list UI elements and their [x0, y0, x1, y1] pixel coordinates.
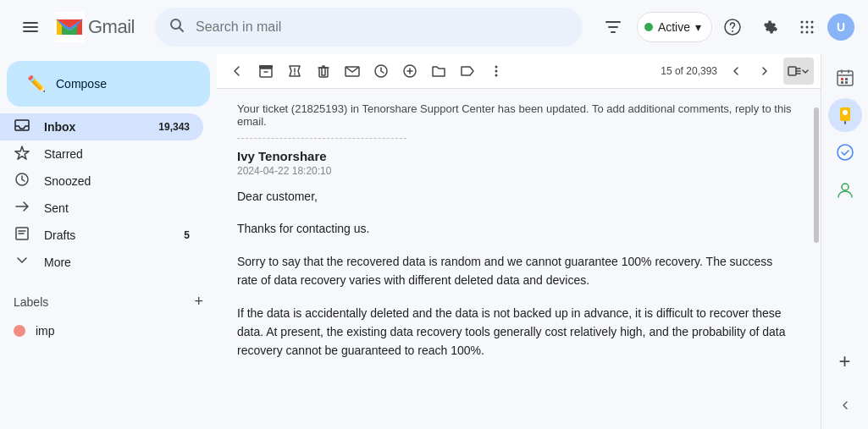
top-bar: Gmail Active ▾	[0, 0, 868, 54]
label-name: imp	[36, 324, 55, 338]
more-options-button[interactable]	[483, 58, 510, 85]
more-icon	[14, 253, 30, 272]
svg-point-7	[732, 30, 733, 32]
add-task-button[interactable]	[396, 58, 423, 85]
svg-rect-31	[841, 78, 843, 80]
svg-point-36	[843, 110, 848, 115]
label-item-imp[interactable]: imp	[14, 317, 203, 344]
from-date: 2024-04-22 18:20:10	[237, 165, 792, 177]
svg-point-15	[806, 31, 809, 34]
snoozed-icon	[14, 172, 30, 191]
from-name: Ivy Tenorshare	[237, 149, 792, 163]
snooze-button[interactable]	[368, 58, 395, 85]
gmail-logo-icon	[54, 12, 85, 42]
svg-point-38	[842, 184, 849, 190]
add-ons-button[interactable]: +	[828, 344, 862, 378]
inbox-icon	[14, 118, 30, 137]
sidebar-item-sent[interactable]: Sent	[0, 195, 203, 222]
svg-point-26	[495, 66, 498, 69]
report-button[interactable]	[281, 58, 308, 85]
recovery-paragraph: Sorry to say that the recovered data is …	[237, 252, 792, 290]
calendar-panel-button[interactable]	[828, 61, 862, 95]
email-toolbar: 15 of 20,393	[217, 54, 821, 89]
contacts-panel-button[interactable]	[828, 173, 862, 206]
svg-point-16	[811, 31, 814, 34]
svg-point-28	[495, 74, 498, 77]
archive-button[interactable]	[252, 58, 279, 85]
mail-content: Your ticket (21825193) in Tenorshare Sup…	[217, 89, 821, 429]
svg-point-8	[801, 21, 804, 24]
keep-panel-button[interactable]	[828, 98, 862, 132]
inbox-label: Inbox	[44, 120, 75, 134]
add-label-button[interactable]: +	[194, 293, 203, 311]
sent-icon	[14, 199, 30, 218]
ticket-notice: Your ticket (21825193) in Tenorshare Sup…	[237, 102, 792, 128]
settings-button[interactable]	[753, 10, 787, 44]
sidebar-item-snoozed[interactable]: Snoozed	[0, 168, 203, 195]
sidebar-item-inbox[interactable]: Inbox 19,343	[0, 113, 203, 140]
svg-point-9	[806, 21, 809, 24]
sidebar-item-starred[interactable]: Starred	[0, 140, 203, 168]
svg-rect-2	[23, 30, 38, 32]
sidebar-item-drafts[interactable]: Drafts 5	[0, 222, 203, 249]
active-chevron-icon: ▾	[695, 20, 701, 34]
svg-point-37	[838, 145, 853, 160]
compose-button[interactable]: ✏️ Compose	[7, 61, 210, 107]
email-body: Your ticket (21825193) in Tenorshare Sup…	[217, 89, 812, 429]
snoozed-label: Snoozed	[44, 174, 91, 188]
help-button[interactable]	[716, 10, 749, 44]
sidebar: ✏️ Compose Inbox 19,343 Starred	[0, 54, 217, 429]
tasks-panel-button[interactable]	[828, 135, 862, 169]
next-email-button[interactable]	[751, 58, 778, 85]
compose-pencil-icon: ✏️	[27, 74, 46, 93]
main-layout: ✏️ Compose Inbox 19,343 Starred	[0, 54, 868, 429]
active-status-badge[interactable]: Active ▾	[637, 12, 712, 42]
svg-point-13	[811, 26, 814, 29]
avatar[interactable]: U	[827, 14, 854, 41]
gmail-wordmark: Gmail	[88, 16, 135, 38]
drafts-label: Drafts	[44, 228, 75, 242]
svg-rect-1	[23, 26, 38, 28]
prev-email-button[interactable]	[722, 58, 749, 85]
search-bar[interactable]	[155, 8, 583, 47]
logo-area: Gmail	[54, 12, 135, 42]
email-area: 15 of 20,393	[217, 54, 821, 429]
top-right-actions: Active ▾	[637, 10, 854, 44]
sidebar-item-more[interactable]: More	[0, 249, 203, 276]
right-panel: +	[821, 54, 868, 429]
email-salutation: Dear customer, Thanks for contacting us.…	[237, 187, 792, 360]
thanks-paragraph: Thanks for contacting us.	[237, 219, 792, 238]
starred-icon	[14, 145, 30, 164]
move-to-button[interactable]	[425, 58, 452, 85]
mark-unread-button[interactable]	[339, 58, 366, 85]
labels-header: Labels +	[14, 289, 203, 314]
svg-rect-33	[841, 81, 843, 84]
label-color-dot	[14, 325, 25, 337]
svg-point-11	[801, 26, 804, 29]
panel-expand-button[interactable]	[828, 388, 862, 422]
active-status-label: Active	[658, 20, 690, 34]
compose-label: Compose	[56, 77, 107, 91]
view-toggle[interactable]	[783, 58, 814, 85]
svg-rect-21	[260, 69, 272, 77]
search-filter-button[interactable]	[596, 10, 630, 44]
deleted-data-paragraph: If the data is accidentally deleted and …	[237, 304, 792, 360]
labels-title: Labels	[14, 295, 48, 309]
scrollbar-thumb[interactable]	[814, 107, 819, 243]
drafts-icon	[14, 226, 30, 245]
svg-point-12	[806, 26, 809, 29]
search-input[interactable]	[196, 19, 569, 35]
apps-button[interactable]	[790, 10, 824, 44]
svg-rect-0	[23, 22, 38, 24]
svg-rect-34	[845, 81, 848, 84]
svg-point-27	[495, 70, 498, 73]
drafts-badge: 5	[184, 229, 190, 241]
back-button[interactable]	[224, 58, 251, 85]
svg-point-14	[801, 31, 804, 34]
svg-rect-29	[788, 67, 796, 75]
vertical-scrollbar[interactable]	[812, 89, 821, 429]
hamburger-button[interactable]	[14, 10, 47, 44]
more-label: More	[44, 256, 71, 269]
labels-button[interactable]	[454, 58, 481, 85]
delete-button[interactable]	[310, 58, 337, 85]
